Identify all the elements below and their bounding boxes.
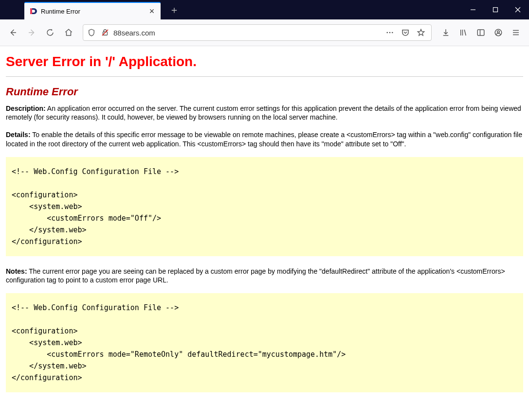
browser-toolbar: 88sears.com	[0, 19, 529, 46]
back-button[interactable]	[5, 24, 21, 41]
window-controls	[462, 0, 529, 19]
home-button[interactable]	[60, 24, 77, 41]
divider	[6, 76, 523, 77]
description-paragraph: Description: An application error occurr…	[6, 104, 523, 122]
tab-title: Runtime Error	[41, 8, 143, 15]
page-subtitle: Runtime Error	[6, 86, 523, 98]
notes-label: Notes:	[6, 267, 27, 275]
page-actions-icon[interactable]	[383, 25, 397, 40]
code-sample-1: <!-- Web.Config Configuration File --> <…	[6, 157, 523, 256]
forward-button	[23, 24, 40, 41]
account-icon[interactable]	[490, 24, 507, 41]
description-text: An application error occurred on the ser…	[6, 105, 521, 121]
toolbar-right-icons	[438, 24, 524, 41]
app-menu-icon[interactable]	[508, 24, 524, 41]
svg-point-9	[389, 32, 391, 34]
library-icon[interactable]	[455, 24, 472, 41]
window-minimize-button[interactable]	[462, 0, 484, 19]
svg-rect-1	[493, 8, 498, 12]
tracking-shield-icon[interactable]	[86, 28, 97, 37]
details-paragraph: Details: To enable the details of this s…	[6, 130, 523, 148]
tab-close-button[interactable]: ×	[147, 6, 157, 16]
pocket-icon[interactable]	[398, 25, 413, 40]
tab-favicon-icon	[29, 7, 37, 15]
svg-point-8	[386, 32, 388, 34]
description-label: Description:	[6, 105, 46, 112]
window-close-button[interactable]	[507, 0, 529, 19]
code-sample-2: <!-- Web.Config Configuration File --> <…	[6, 293, 523, 392]
svg-point-10	[392, 32, 393, 34]
address-bar[interactable]: 88sears.com	[83, 24, 432, 41]
sidebar-icon[interactable]	[473, 24, 489, 41]
page-title: Server Error in '/' Application.	[6, 54, 523, 70]
downloads-icon[interactable]	[438, 24, 454, 41]
details-text: To enable the details of this specific e…	[6, 131, 522, 147]
notes-paragraph: Notes: The current error page you are se…	[6, 267, 523, 284]
details-label: Details:	[6, 131, 31, 139]
svg-rect-17	[477, 30, 484, 35]
svg-marker-11	[418, 29, 424, 35]
browser-tab-active[interactable]: Runtime Error ×	[24, 2, 161, 19]
reload-button[interactable]	[42, 24, 58, 41]
window-maximize-button[interactable]	[484, 0, 507, 19]
bookmark-star-icon[interactable]	[414, 25, 428, 40]
url-text[interactable]: 88sears.com	[113, 29, 380, 37]
new-tab-button[interactable]: ＋	[166, 2, 182, 18]
browser-titlebar: Runtime Error × ＋	[0, 0, 529, 19]
svg-line-16	[464, 30, 466, 35]
insecure-connection-icon[interactable]	[100, 28, 110, 37]
notes-text: The current error page you are seeing ca…	[6, 267, 505, 284]
page-content: Server Error in '/' Application. Runtime…	[0, 46, 529, 420]
svg-point-20	[497, 31, 500, 33]
